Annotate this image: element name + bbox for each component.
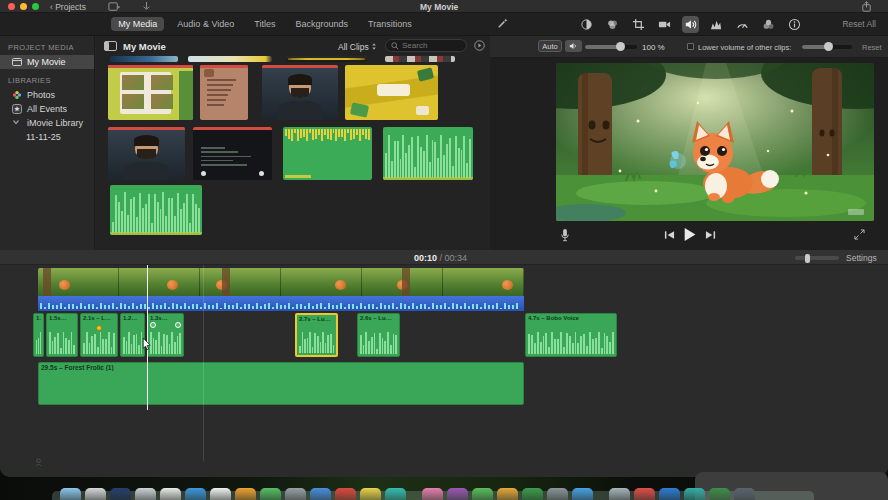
dock-app-icon[interactable] bbox=[522, 488, 543, 500]
dock-app-icon[interactable] bbox=[385, 488, 406, 500]
stabilization-icon[interactable] bbox=[656, 16, 673, 33]
timeline-zoom-slider[interactable] bbox=[795, 256, 839, 260]
lower-volume-slider-thumb[interactable] bbox=[824, 42, 833, 51]
dock-app-icon[interactable] bbox=[360, 488, 381, 500]
sidebar-item-all-events[interactable]: All Events bbox=[0, 102, 94, 116]
tab-audio-video[interactable]: Audio & Video bbox=[170, 17, 241, 31]
dock-app-icon[interactable] bbox=[572, 488, 593, 500]
share-icon[interactable] bbox=[860, 1, 873, 12]
play-button[interactable] bbox=[683, 227, 696, 242]
music-clip[interactable]: 29.5s – Forest Frolic (1) bbox=[38, 362, 524, 405]
media-thumb-audio-green[interactable] bbox=[110, 185, 202, 235]
volume-reset-button[interactable]: Reset bbox=[862, 43, 882, 52]
dock-app-icon[interactable] bbox=[422, 488, 443, 500]
dock-app-icon[interactable] bbox=[160, 488, 181, 500]
media-thumb-terminal[interactable] bbox=[193, 127, 272, 180]
fade-handle[interactable] bbox=[175, 322, 181, 328]
media-thumb-strip-film[interactable] bbox=[385, 56, 455, 62]
dock-app-icon[interactable] bbox=[684, 488, 705, 500]
enhance-wand-icon[interactable] bbox=[496, 17, 509, 30]
dock-app-icon[interactable] bbox=[260, 488, 281, 500]
audio-clip[interactable]: 1… bbox=[33, 313, 44, 357]
back-to-projects-button[interactable]: ‹ Projects bbox=[50, 2, 86, 12]
tab-titles[interactable]: Titles bbox=[247, 17, 282, 31]
mute-button[interactable] bbox=[565, 40, 582, 52]
auto-volume-button[interactable]: Auto bbox=[538, 40, 562, 52]
dock-app-icon[interactable] bbox=[447, 488, 468, 500]
lower-volume-slider[interactable] bbox=[802, 45, 852, 49]
video-clip-filmstrip[interactable] bbox=[38, 268, 524, 296]
lower-volume-checkbox[interactable] bbox=[687, 43, 694, 50]
speed-icon[interactable] bbox=[734, 16, 751, 33]
dock-app-icon[interactable] bbox=[85, 488, 106, 500]
voiceover-mic-icon[interactable] bbox=[560, 228, 570, 243]
color-balance-icon[interactable] bbox=[578, 16, 595, 33]
tab-my-media[interactable]: My Media bbox=[111, 17, 164, 31]
dock-app-icon[interactable] bbox=[185, 488, 206, 500]
media-thumb-strip-blue[interactable] bbox=[110, 56, 178, 62]
close-window-button[interactable] bbox=[8, 3, 15, 10]
fullscreen-icon[interactable] bbox=[854, 229, 865, 240]
dock-app-icon[interactable] bbox=[210, 488, 231, 500]
dock-app-icon[interactable] bbox=[310, 488, 331, 500]
import-down-arrow-icon[interactable] bbox=[140, 1, 153, 12]
volume-slider-thumb[interactable] bbox=[616, 42, 625, 51]
noise-eq-icon[interactable] bbox=[708, 16, 725, 33]
dock-app-icon[interactable] bbox=[547, 488, 568, 500]
video-clip-audio-waveform[interactable] bbox=[38, 296, 524, 311]
zoom-window-button[interactable] bbox=[32, 3, 39, 10]
media-thumb-audio-green[interactable] bbox=[383, 127, 473, 180]
audio-clip[interactable]: 1.3s… bbox=[147, 313, 184, 357]
sidebar-item-imovie-library[interactable]: iMovie Library bbox=[0, 116, 94, 130]
color-correction-icon[interactable] bbox=[604, 16, 621, 33]
audio-clip[interactable]: 4.7s – Bobo Voice bbox=[525, 313, 617, 357]
tab-backgrounds[interactable]: Backgrounds bbox=[288, 17, 355, 31]
dock-app-icon[interactable] bbox=[235, 488, 256, 500]
dock-app-icon[interactable] bbox=[335, 488, 356, 500]
clip-filter-dropdown[interactable]: All Clips bbox=[338, 42, 377, 52]
minimize-window-button[interactable] bbox=[20, 3, 27, 10]
volume-icon[interactable] bbox=[682, 16, 699, 33]
sidebar-toggle-icon[interactable] bbox=[104, 41, 117, 51]
effects-icon[interactable] bbox=[760, 16, 777, 33]
crop-icon[interactable] bbox=[630, 16, 647, 33]
search-input[interactable] bbox=[402, 41, 460, 50]
continuous-playback-icon[interactable] bbox=[474, 40, 485, 51]
dock-app-icon[interactable] bbox=[110, 488, 131, 500]
sidebar-item-my-movie[interactable]: My Movie bbox=[0, 55, 94, 69]
tab-transitions[interactable]: Transitions bbox=[361, 17, 419, 31]
media-thumb-strip-yellow[interactable] bbox=[285, 56, 368, 62]
audio-clip[interactable]: 2.1s – L… bbox=[80, 313, 118, 357]
dock-app-icon[interactable] bbox=[497, 488, 518, 500]
dock-app-icon[interactable] bbox=[285, 488, 306, 500]
dock-app-icon[interactable] bbox=[634, 488, 655, 500]
reset-all-button[interactable]: Reset All bbox=[842, 19, 876, 29]
dock-app-icon[interactable] bbox=[472, 488, 493, 500]
sidebar-item-photos[interactable]: Photos bbox=[0, 88, 94, 102]
previous-frame-button[interactable] bbox=[664, 230, 675, 240]
timeline-zoom-thumb[interactable] bbox=[805, 254, 810, 263]
import-media-icon[interactable] bbox=[108, 1, 121, 12]
media-thumb-audio-yellow[interactable] bbox=[283, 127, 372, 180]
dock-app-icon[interactable] bbox=[734, 488, 755, 500]
search-field[interactable] bbox=[385, 39, 467, 52]
dock-app-icon[interactable] bbox=[135, 488, 156, 500]
media-thumb-promo[interactable] bbox=[345, 65, 438, 120]
media-thumb-webcam[interactable] bbox=[108, 127, 185, 180]
audio-clip[interactable]: 2.7s – Lu… bbox=[295, 313, 338, 357]
volume-slider[interactable] bbox=[585, 45, 637, 49]
dock-app-icon[interactable] bbox=[609, 488, 630, 500]
fade-handle[interactable] bbox=[150, 322, 156, 328]
next-frame-button[interactable] bbox=[705, 230, 716, 240]
keyframe-badge[interactable] bbox=[96, 325, 102, 331]
media-thumb-webcam[interactable] bbox=[262, 65, 338, 120]
media-thumb-strip-sky[interactable] bbox=[188, 56, 272, 62]
dock-app-icon[interactable] bbox=[709, 488, 730, 500]
dock-app-icon[interactable] bbox=[659, 488, 680, 500]
info-icon[interactable] bbox=[786, 16, 803, 33]
audio-clip[interactable]: 1.5s… bbox=[46, 313, 78, 357]
media-thumb-document[interactable] bbox=[200, 65, 248, 120]
video-preview[interactable] bbox=[556, 63, 874, 221]
settings-button[interactable]: Settings bbox=[846, 253, 877, 263]
dock-app-icon[interactable] bbox=[60, 488, 81, 500]
